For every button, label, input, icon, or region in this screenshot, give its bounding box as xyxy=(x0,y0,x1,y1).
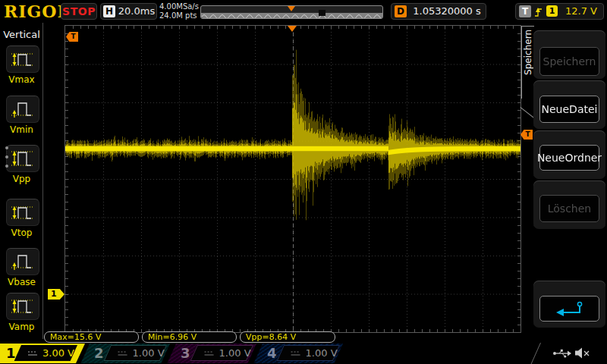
rigol-logo: RIGOL xyxy=(4,2,70,21)
vmin-button[interactable] xyxy=(6,96,39,123)
neuedatei-button[interactable]: NeueDatei xyxy=(539,96,599,123)
loeschen-button[interactable]: Löschen xyxy=(539,195,599,222)
neueordner-button[interactable]: NeueOrdner xyxy=(539,145,599,171)
delay-block[interactable]: D 1.05320000 s xyxy=(391,3,486,20)
vbase-label: Vbase xyxy=(0,277,43,287)
channel-2-number: 2 xyxy=(94,344,104,362)
trigger-position-icon[interactable] xyxy=(288,26,297,32)
channel-2-scale-box: 1.00 V xyxy=(104,345,167,361)
coupling-icon xyxy=(291,350,301,356)
channel-1-number: 1 xyxy=(6,344,16,362)
channel1-ground-marker-icon[interactable]: 1 xyxy=(48,289,64,300)
page-dot xyxy=(5,155,8,158)
vamp-button[interactable] xyxy=(6,293,39,320)
vtop-icon xyxy=(11,203,34,221)
timebase-value: 20.0ms xyxy=(118,5,156,17)
coupling-icon xyxy=(204,350,215,356)
channel-4-scale: 1.00 V xyxy=(306,347,338,359)
preview-trigger-marker-icon xyxy=(288,6,295,11)
channel-2-scale: 1.00 V xyxy=(133,347,165,359)
delay-value: 1.05320000 s xyxy=(410,5,484,17)
speaker-muted-icon xyxy=(574,347,591,359)
preview-window-marker[interactable] xyxy=(319,10,326,16)
measurement-vpp[interactable]: Vpp=8.64 V xyxy=(240,331,335,343)
back-button[interactable] xyxy=(539,296,599,322)
vpp-button[interactable] xyxy=(6,145,39,172)
horizontal-timebase-block[interactable]: H 20.0ms xyxy=(100,3,157,20)
delay-badge: D xyxy=(395,5,407,17)
trigger-badge: T xyxy=(519,5,531,17)
trigger-level-marker-icon[interactable]: T xyxy=(521,130,533,140)
left-menu-title: Vertical xyxy=(0,29,43,40)
rising-edge-icon xyxy=(534,6,543,18)
oscilloscope-screen: RIGOL STOP H 20.0ms 4.00MSa/s 24.0M pts … xyxy=(0,0,607,364)
trigger-level-value: 12.7 V xyxy=(561,5,601,17)
vmin-label: Vmin xyxy=(0,124,43,135)
channel-3-number: 3 xyxy=(181,344,190,362)
channel-1-scale: 3.00 V xyxy=(42,347,74,359)
trigger-source-badge: 1 xyxy=(546,5,558,17)
horizontal-badge: H xyxy=(103,5,115,17)
channel-3-scale: 1.00 V xyxy=(219,347,251,359)
memory-depth: 24.0M pts xyxy=(159,11,203,20)
channel-1-scale-box: 3.00 V xyxy=(14,345,77,361)
vamp-icon xyxy=(11,297,34,315)
channel-4-number: 4 xyxy=(267,344,277,362)
page-dot xyxy=(5,146,8,149)
vmin-icon xyxy=(11,100,34,118)
coupling-icon xyxy=(27,350,38,356)
vtop-label: Vtop xyxy=(0,228,43,238)
coupling-icon xyxy=(118,350,128,356)
menu-tab-speichern[interactable]: Speichern xyxy=(521,26,534,99)
vbase-icon xyxy=(11,253,34,271)
return-arrow-icon xyxy=(555,300,585,318)
waveform-canvas[interactable] xyxy=(65,26,521,332)
usb-icon xyxy=(552,348,572,359)
trigger-block[interactable]: T 1 12.7 V xyxy=(515,3,604,20)
measurement-max[interactable]: Max=15.6 V xyxy=(44,331,139,343)
vmax-button[interactable] xyxy=(6,46,39,73)
vtop-button[interactable] xyxy=(6,199,39,226)
channel-4-scale-box: 1.00 V xyxy=(277,345,340,361)
vmax-label: Vmax xyxy=(0,74,43,85)
measurement-min[interactable]: Min=6.96 V xyxy=(142,331,237,343)
channel-3-scale-box: 1.00 V xyxy=(190,345,253,361)
sample-rate: 4.00MSa/s xyxy=(159,2,203,11)
vpp-label: Vpp xyxy=(0,174,43,184)
preview-wave-path xyxy=(202,15,382,19)
acquisition-info: 4.00MSa/s 24.0M pts xyxy=(159,2,203,21)
vpp-icon xyxy=(11,149,34,168)
vamp-label: Vamp xyxy=(0,322,43,332)
vmax-icon xyxy=(11,50,34,68)
page-dot xyxy=(5,165,8,168)
run-state-indicator[interactable]: STOP xyxy=(61,3,97,20)
speichern-button[interactable]: Speichern xyxy=(539,47,599,76)
waveform-preview-bar[interactable] xyxy=(200,5,383,19)
menu-tab-label: Speichern xyxy=(523,30,533,75)
vbase-button[interactable] xyxy=(6,248,39,275)
